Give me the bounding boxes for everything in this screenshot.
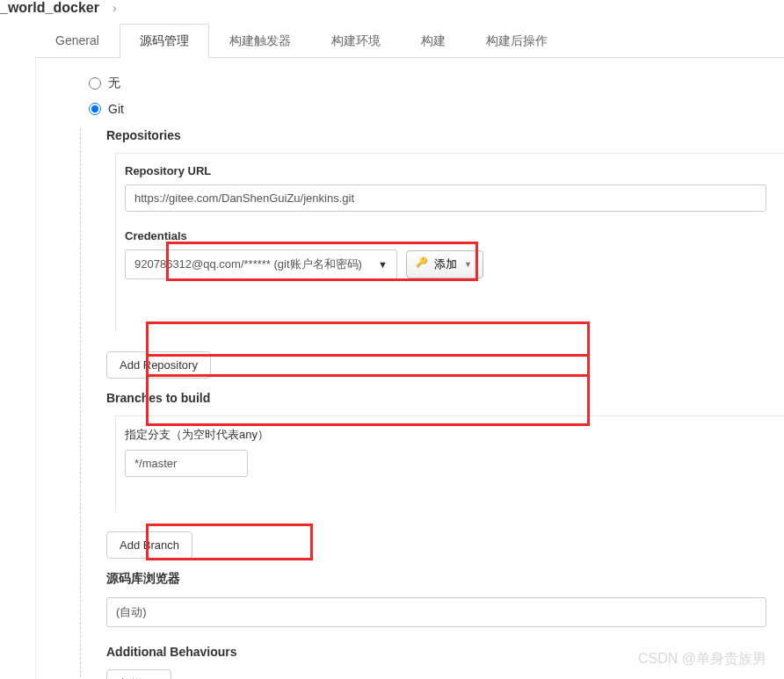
scm-panel: 无 Git Repositories Repository URL Creden… — [35, 58, 784, 679]
tab-build[interactable]: 构建 — [401, 24, 466, 58]
repo-browser-value: (自动) — [116, 605, 147, 618]
chevron-right-icon: › — [113, 1, 117, 15]
repo-browser-field: (自动) — [106, 597, 784, 627]
branch-spec-input[interactable] — [125, 450, 248, 477]
credentials-select[interactable]: 920786312@qq.com/****** (git账户名和密码) ▼ — [125, 249, 397, 279]
add-behaviour-button[interactable]: 新增 ▼ — [106, 669, 171, 679]
scm-git-radio-row[interactable]: Git — [89, 102, 784, 116]
branches-block: 指定分支（为空时代表any） — [115, 415, 784, 512]
tab-env[interactable]: 构建环境 — [311, 24, 401, 58]
repo-url-input[interactable] — [125, 184, 766, 212]
breadcrumb-title[interactable]: _world_docker — [0, 0, 99, 16]
scm-none-radio-row[interactable]: 无 — [89, 76, 784, 91]
branches-title: Branches to build — [106, 391, 784, 405]
repo-browser-select[interactable]: (自动) — [106, 597, 766, 627]
credentials-selected-value: 920786312@qq.com/****** (git账户名和密码) — [134, 257, 362, 271]
scm-git-radio[interactable] — [89, 103, 101, 115]
branch-spec-label: 指定分支（为空时代表any） — [125, 427, 766, 443]
scm-git-label: Git — [108, 102, 124, 116]
repo-browser-label: 源码库浏览器 — [106, 571, 784, 587]
tab-scm[interactable]: 源码管理 — [120, 24, 209, 58]
add-branch-button[interactable]: Add Branch — [106, 531, 192, 559]
add-credential-label: 添加 — [434, 256, 457, 272]
tab-triggers[interactable]: 构建触发器 — [209, 24, 311, 58]
repo-url-field: Repository URL — [125, 164, 784, 212]
add-credential-button[interactable]: 添加 ▼ — [406, 250, 483, 278]
branch-spec-field: 指定分支（为空时代表any） — [125, 427, 784, 477]
additional-behaviours-label: Additional Behaviours — [106, 645, 784, 659]
add-branch-label: Add Branch — [120, 538, 179, 552]
git-section: Repositories Repository URL Credentials … — [98, 128, 784, 679]
add-repository-label: Add Repository — [120, 358, 198, 372]
tab-general[interactable]: General — [35, 24, 120, 58]
config-tabs: General 源码管理 构建触发器 构建环境 构建 构建后操作 — [35, 23, 784, 58]
scm-none-label: 无 — [108, 76, 120, 91]
tab-post[interactable]: 构建后操作 — [466, 24, 568, 58]
credentials-field: Credentials 920786312@qq.com/****** (git… — [125, 229, 784, 279]
repositories-title: Repositories — [106, 128, 784, 142]
breadcrumb: _world_docker › — [0, 0, 784, 23]
add-repository-button[interactable]: Add Repository — [106, 351, 211, 379]
key-icon — [417, 260, 430, 269]
repository-block: Repository URL Credentials 920786312@qq.… — [115, 153, 784, 332]
credentials-label: Credentials — [125, 229, 766, 242]
dropdown-caret-icon: ▼ — [378, 259, 388, 270]
scm-none-radio[interactable] — [89, 77, 101, 90]
dropdown-caret-icon: ▼ — [464, 260, 472, 269]
repo-url-label: Repository URL — [125, 164, 766, 177]
